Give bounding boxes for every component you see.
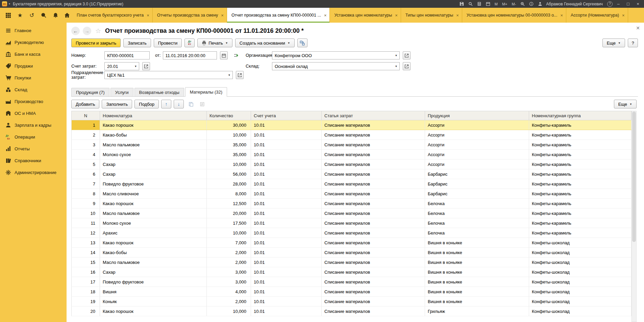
parts-tab[interactable]: Материалы (32) [185,87,227,97]
cell-product[interactable]: Ассорти [425,120,529,130]
cell-group[interactable]: Конфеты-шоколад [529,248,631,257]
table-row[interactable]: 7Повидло фруктовое28,00010.01Списание ма… [72,179,631,189]
cell-product[interactable]: Грильяж [425,306,529,316]
cell-cost-item[interactable]: Списание материалов [322,189,425,199]
cell-cost-item[interactable]: Списание материалов [322,130,425,140]
fill-button[interactable]: Заполнить [102,100,132,108]
dropdown-icon[interactable]: ▼ [132,63,139,70]
form-help-button[interactable]: ? [628,39,638,47]
cell-qty[interactable]: 2,000 [207,257,251,267]
cell-account[interactable]: 10.01 [251,248,322,257]
organization-open-button[interactable] [403,51,411,59]
cell-account[interactable]: 10.01 [251,257,322,267]
cell-name[interactable]: Масло пальмовое [100,140,207,150]
memory-store-button[interactable]: M [493,2,499,6]
cell-account[interactable]: 10.01 [251,140,322,150]
cell-account[interactable]: 10.01 [251,208,322,218]
sidebar-item-main[interactable]: Главное [0,25,67,36]
cell-account[interactable]: 10.01 [251,120,322,130]
cell-qty[interactable]: 10,000 [207,306,251,316]
cell-product[interactable]: Ассорти [425,150,529,159]
cell-n[interactable]: 19 [72,297,100,306]
cell-group[interactable]: Конфеты-карамель [529,140,631,150]
cell-name[interactable]: Какао порошок [100,199,207,208]
column-header[interactable]: Количество [207,111,251,120]
cell-group[interactable]: Конфеты-карамель [529,228,631,238]
history-icon[interactable]: ↺ [28,12,35,19]
table-row[interactable]: 13Какао порошок7,00010.01Списание матери… [72,238,631,248]
set-current-date-icon[interactable] [232,52,240,59]
table-row[interactable]: 19Коньяк2,00010.01Списание материаловВиш… [72,297,631,306]
cell-n[interactable]: 5 [72,159,100,169]
table-row[interactable]: 15Масло пальмовое2,00010.01Списание мате… [72,257,631,267]
table-row[interactable]: 14Какао-бобы2,00010.01Списание материало… [72,248,631,257]
find-icon[interactable] [467,1,474,7]
dropdown-icon[interactable]: ▼ [226,71,232,79]
cell-name[interactable]: Масло сливочное [100,189,207,199]
cell-name[interactable]: Сахар [100,159,207,169]
favorite-star-icon[interactable]: ☆ [95,27,101,35]
cell-account[interactable]: 10.01 [251,169,322,179]
window-tab[interactable]: Отчет производства за смену КП00-000001 … [227,8,330,23]
cell-name[interactable]: Коньяк [100,297,207,306]
cell-group[interactable]: Конфеты-карамель [529,150,631,159]
cell-n[interactable]: 17 [72,277,100,287]
cell-cost-item[interactable]: Списание материалов [322,306,425,316]
system-menu-caret-icon[interactable]: ▾ [9,2,10,5]
tab-close-icon[interactable]: × [221,13,224,18]
cell-n[interactable]: 18 [72,287,100,297]
notifications-bell-icon[interactable] [52,12,59,19]
cell-cost-item[interactable]: Списание материалов [322,169,425,179]
cell-name[interactable]: Какао-бобы [100,248,207,257]
cell-group[interactable]: Конфеты-шоколад [529,257,631,267]
cell-product[interactable]: Барбарис [425,169,529,179]
cell-product[interactable]: Вишня в коньяке [425,257,529,267]
cell-cost-item[interactable]: Списание материалов [322,150,425,159]
sidebar-item-warehouse[interactable]: Склад [0,84,67,96]
cell-qty[interactable]: 3,000 [207,267,251,277]
cell-account[interactable]: 10.01 [251,218,322,228]
cell-n[interactable]: 6 [72,169,100,179]
cell-account[interactable]: 10.01 [251,228,322,238]
cost-account-combo[interactable]: 20.01 ▼ [104,62,139,70]
scrollbar-thumb[interactable] [632,112,636,242]
cell-name[interactable]: Сахар [100,267,207,277]
cost-account-open-button[interactable] [142,62,150,70]
calendar-picker-button[interactable] [220,51,228,59]
main-menu-icon[interactable] [5,12,11,19]
forward-button[interactable]: → [83,27,91,35]
table-row[interactable]: 5Сахар10,00010.01Списание материаловАссо… [72,159,631,169]
table-row[interactable]: 10Масло пальмовое20,00010.01Списание мат… [72,208,631,218]
cell-qty[interactable]: 28,000 [207,179,251,189]
cell-n[interactable]: 8 [72,189,100,199]
cell-qty[interactable]: 20,000 [207,208,251,218]
cell-product[interactable]: Вишня в коньяке [425,238,529,248]
cell-account[interactable]: 10.01 [251,159,322,169]
cell-product[interactable]: Барбарис [425,179,529,189]
cell-group[interactable]: Конфеты-карамель [529,120,631,130]
window-tab[interactable]: План счетов бухгалтерского учета× [72,8,153,23]
cell-n[interactable]: 10 [72,208,100,218]
cell-cost-item[interactable]: Списание материалов [322,228,425,238]
cell-account[interactable]: 10.01 [251,189,322,199]
cell-cost-item[interactable]: Списание материалов [322,257,425,267]
cell-account[interactable]: 10.01 [251,130,322,140]
cell-n[interactable]: 3 [72,140,100,150]
cell-qty[interactable]: 3,000 [207,277,251,287]
cell-n[interactable]: 9 [72,199,100,208]
tab-close-icon[interactable]: × [395,13,398,18]
column-header[interactable]: N [72,111,100,120]
back-button[interactable]: ← [71,27,80,35]
cell-cost-item[interactable]: Списание материалов [322,218,425,228]
close-form-icon[interactable]: ✕ [636,25,640,31]
cell-product[interactable]: Ассорти [425,159,529,169]
cell-n[interactable]: 15 [72,257,100,267]
dropdown-icon[interactable]: ▼ [393,52,399,59]
print-button[interactable]: Печать ▼ [197,39,232,47]
copy-rows-icon[interactable] [187,100,195,108]
search-icon[interactable] [40,12,47,19]
cell-group[interactable]: Конфеты-карамель [529,130,631,140]
table-row[interactable]: 18Вишня4,00010.01Списание материаловВишн… [72,287,631,297]
table-row[interactable]: 8Масло сливочное8,00010.01Списание матер… [72,189,631,199]
current-user[interactable]: Абрамов Геннадий Сергеевич [546,2,603,6]
